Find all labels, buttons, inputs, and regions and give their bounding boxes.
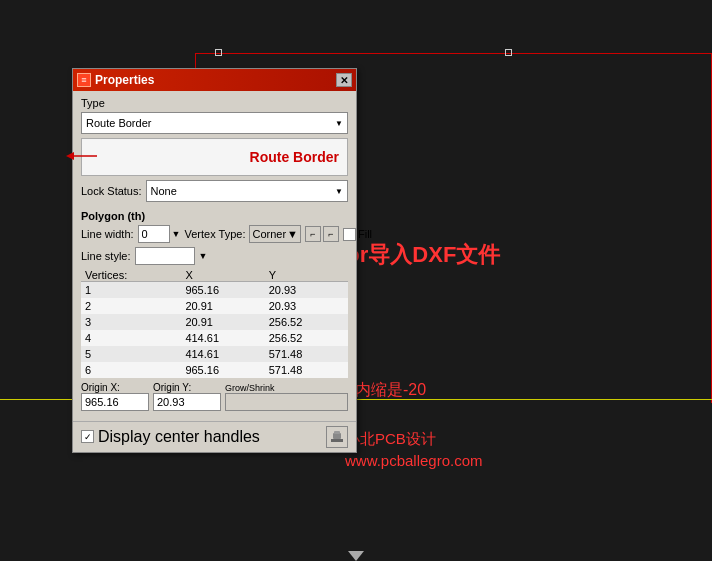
annotation-shrink: 内缩是-20 [355,380,426,401]
shape-buttons: ⌐ ⌐ [305,226,339,242]
polygon-label: Polygon (th) [81,210,348,222]
display-handles-label: Display center handles [98,428,260,446]
linewidth-control: ▼ [138,225,181,243]
col-num: Vertices: [81,269,181,282]
dialog-footer: ✓ Display center handles [73,421,356,452]
bottom-arrow-indicator [348,551,364,561]
origin-y-field: Origin Y: [153,382,221,411]
cell-num: 6 [81,362,181,378]
fill-checkbox[interactable] [343,228,356,241]
cell-y: 256.52 [265,314,348,330]
lock-status-row: Lock Status: None ▼ [81,180,348,202]
properties-dialog: ≡ Properties ✕ Type Route Border ▼ Route… [72,68,357,453]
close-button[interactable]: ✕ [336,73,352,87]
cell-num: 1 [81,282,181,298]
vertextype-label: Vertex Type: [185,228,246,240]
origin-x-field: Origin X: [81,382,149,411]
linewidth-dropdown-arrow[interactable]: ▼ [172,229,181,239]
cell-x: 414.61 [181,346,264,362]
vertextype-select[interactable]: Corner ▼ [249,225,301,243]
cell-x: 965.16 [181,362,264,378]
cell-y: 256.52 [265,330,348,346]
vertices-table: Vertices: X Y 1965.1620.93220.9120.93320… [81,269,348,378]
cell-y: 20.93 [265,282,348,298]
linewidth-vertextype-row: Line width: ▼ Vertex Type: Corner ▼ ⌐ ⌐ … [81,225,348,243]
table-row[interactable]: 4414.61256.52 [81,330,348,346]
cell-y: 571.48 [265,346,348,362]
cell-x: 20.91 [181,298,264,314]
linestyle-box[interactable] [135,247,195,265]
handle-square-1[interactable] [215,49,222,56]
red-annotation-arrow [69,148,99,164]
cell-x: 20.91 [181,314,264,330]
dialog-title-text: Properties [95,73,154,87]
origin-x-input[interactable] [81,393,149,411]
dialog-icon: ≡ [77,73,91,87]
cell-num: 2 [81,298,181,314]
table-row[interactable]: 320.91256.52 [81,314,348,330]
type-label: Type [81,97,348,109]
cell-num: 4 [81,330,181,346]
table-row[interactable]: 1965.1620.93 [81,282,348,298]
linewidth-label: Line width: [81,228,134,240]
origin-x-label: Origin X: [81,382,149,393]
lock-status-arrow: ▼ [335,187,343,196]
svg-rect-6 [334,431,340,434]
linestyle-arrow[interactable]: ▼ [199,251,208,261]
col-y: Y [265,269,348,282]
grow-shrink-input[interactable] [225,393,348,411]
display-handles-row: ✓ Display center handles [81,428,260,446]
cell-num: 5 [81,346,181,362]
linestyle-label: Line style: [81,250,131,262]
stamp-icon [329,429,345,445]
dialog-title-left: ≡ Properties [77,73,154,87]
cell-y: 20.93 [265,298,348,314]
dialog-body: Type Route Border ▼ Route Border Lock St… [73,91,356,421]
display-handles-checkbox[interactable]: ✓ [81,430,94,443]
stamp-button[interactable] [326,426,348,448]
shape-btn-2[interactable]: ⌐ [323,226,339,242]
route-border-label: Route Border [250,149,339,165]
linestyle-control: ▼ [135,247,208,265]
origin-y-label: Origin Y: [153,382,221,393]
canvas-line-top [195,53,712,54]
col-x: X [181,269,264,282]
cell-x: 414.61 [181,330,264,346]
grow-shrink-field: Grow/Shrink [225,383,348,411]
type-select-arrow: ▼ [335,119,343,128]
fill-checkbox-row: Fill [343,228,372,241]
table-row[interactable]: 5414.61571.48 [81,346,348,362]
linestyle-row: Line style: ▼ [81,247,348,265]
handle-square-2[interactable] [505,49,512,56]
table-row[interactable]: 220.9120.93 [81,298,348,314]
table-row[interactable]: 6965.16571.48 [81,362,348,378]
annotation-website: www.pcballegro.com [345,452,483,469]
origin-y-input[interactable] [153,393,221,411]
lock-status-select[interactable]: None ▼ [146,180,348,202]
grow-shrink-label: Grow/Shrink [225,383,348,393]
shape-btn-1[interactable]: ⌐ [305,226,321,242]
vertextype-arrow: ▼ [287,228,298,240]
svg-rect-4 [331,439,343,442]
cell-x: 965.16 [181,282,264,298]
cell-num: 3 [81,314,181,330]
route-border-preview: Route Border [81,138,348,176]
route-border-preview-container: Route Border [81,138,348,176]
type-select[interactable]: Route Border ▼ [81,112,348,134]
cell-y: 571.48 [265,362,348,378]
annotation-brand: 小北PCB设计 [345,430,436,449]
fill-label: Fill [358,228,372,240]
lock-status-label: Lock Status: [81,185,142,197]
origin-row: Origin X: Origin Y: Grow/Shrink [81,382,348,411]
linewidth-input[interactable] [138,225,170,243]
dialog-titlebar[interactable]: ≡ Properties ✕ [73,69,356,91]
